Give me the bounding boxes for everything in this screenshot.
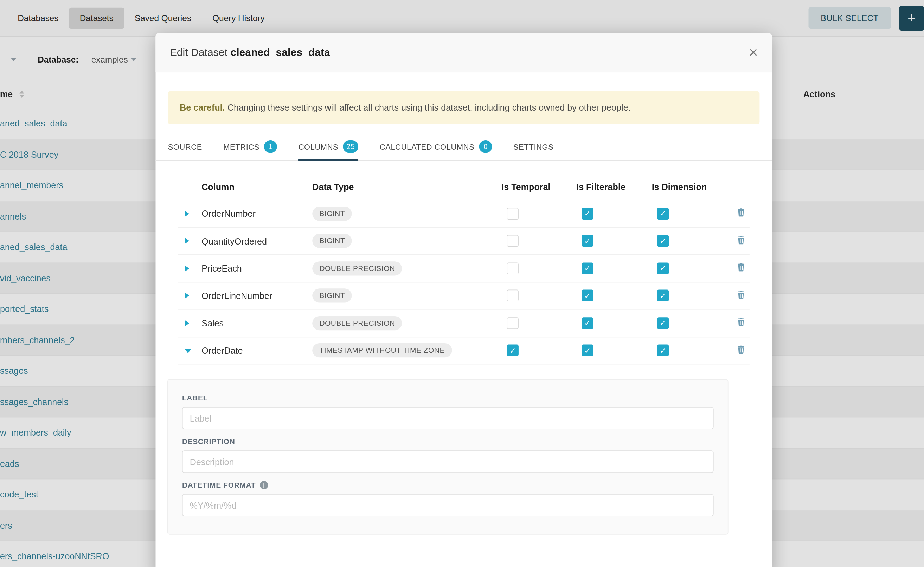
tab-columns[interactable]: COLUMNS 25 [298,132,359,160]
is-temporal-checkbox[interactable] [507,262,519,274]
caret-cell [178,318,202,328]
delete-column-icon[interactable] [737,290,745,299]
column-header: Column [202,182,312,192]
column-name: OrderDate [202,345,312,355]
tab-metrics[interactable]: METRICS 1 [223,132,277,160]
is-temporal-checkbox[interactable] [507,208,519,220]
datetime-format-field-label: DATETIME FORMAT i [182,481,714,489]
caret-cell [178,291,202,301]
delete-column-icon[interactable] [737,345,745,354]
column-row: QuantityOrdered BIGINT [178,228,749,255]
label-field-label: LABEL [182,394,714,402]
expand-caret-icon[interactable] [185,265,189,271]
delete-column-icon[interactable] [737,318,745,326]
is-filterable-checkbox[interactable] [582,208,593,220]
columns-table-body: OrderNumber BIGINT QuantityOrdered BIGIN… [178,200,749,364]
trash-cell [737,208,749,219]
tab-calculated-columns[interactable]: CALCULATED COLUMNS 0 [380,132,492,160]
close-icon[interactable]: × [749,45,758,60]
tab-label: SOURCE [168,142,202,151]
is-temporal-checkbox[interactable] [507,317,519,329]
is-dimension-checkbox[interactable] [657,208,669,220]
column-name: PriceEach [202,264,312,273]
dimension-cell [652,345,737,357]
is-filterable-checkbox[interactable] [582,290,593,302]
temporal-cell [501,208,576,220]
column-row: OrderLineNumber BIGINT [178,282,749,310]
column-type-badge: TIMESTAMP WITHOUT TIME ZONE [312,344,452,358]
warning-text: Changing these settings will affect all … [225,103,631,112]
filterable-cell [576,317,652,329]
column-type-badge: BIGINT [312,234,352,248]
modal-title-dataset-name: cleaned_sales_data [230,46,330,58]
columns-table-header-row: Column Data Type Is Temporal Is Filterab… [178,174,749,200]
type-cell: DOUBLE PRECISION [312,316,501,330]
type-cell: BIGINT [312,289,501,303]
tab-label: METRICS [223,142,259,151]
delete-column-icon[interactable] [737,263,745,272]
columns-table: Column Data Type Is Temporal Is Filterab… [178,174,749,364]
column-name: OrderNumber [202,208,312,219]
caret-cell [178,208,202,219]
is-dimension-header: Is Dimension [652,182,737,192]
is-filterable-checkbox[interactable] [582,235,593,247]
is-filterable-checkbox[interactable] [582,317,593,329]
trash-cell [737,236,749,247]
description-field-group: DESCRIPTION [182,437,714,473]
expand-caret-icon[interactable] [185,320,189,326]
trash-cell [737,345,749,356]
filterable-cell [576,345,652,357]
temporal-cell [501,262,576,274]
trash-cell [737,318,749,329]
is-dimension-checkbox[interactable] [657,290,669,302]
expand-caret-icon[interactable] [185,349,191,353]
is-temporal-checkbox[interactable] [507,290,519,302]
dimension-cell [652,262,737,274]
expand-caret-icon[interactable] [185,292,189,298]
column-row: PriceEach DOUBLE PRECISION [178,255,749,282]
type-cell: DOUBLE PRECISION [312,261,501,275]
app-root: DatabasesDatasetsSaved QueriesQuery Hist… [0,0,924,567]
temporal-cell [501,317,576,329]
dimension-cell [652,235,737,247]
description-input[interactable] [182,450,714,473]
column-type-badge: DOUBLE PRECISION [312,316,402,330]
column-detail-panel: LABEL DESCRIPTION DATETIME FORMAT i [167,379,728,534]
warning-banner: Be careful. Changing these settings will… [168,92,760,124]
is-dimension-checkbox[interactable] [657,235,669,247]
description-field-label: DESCRIPTION [182,437,714,446]
column-row: Sales DOUBLE PRECISION [178,310,749,337]
is-filterable-checkbox[interactable] [582,262,593,274]
delete-column-icon[interactable] [737,208,745,217]
is-dimension-checkbox[interactable] [657,317,669,329]
edit-dataset-modal: Edit Datasetcleaned_sales_data × Be care… [155,33,772,567]
info-icon[interactable]: i [260,481,268,489]
tab-settings[interactable]: SETTINGS [513,132,554,160]
is-temporal-checkbox[interactable] [507,235,519,247]
trash-cell [737,290,749,302]
datetime-format-label-text: DATETIME FORMAT [182,481,256,489]
column-name: Sales [202,318,312,328]
type-cell: TIMESTAMP WITHOUT TIME ZONE [312,344,501,358]
delete-column-icon[interactable] [737,236,745,244]
column-type-badge: BIGINT [312,207,352,220]
temporal-cell [501,345,576,357]
trash-cell [737,263,749,274]
expand-caret-icon[interactable] [185,238,189,244]
column-row: OrderDate TIMESTAMP WITHOUT TIME ZONE [178,337,749,364]
label-input[interactable] [182,407,714,429]
expand-caret-icon[interactable] [185,211,189,217]
is-dimension-checkbox[interactable] [657,262,669,274]
caret-cell [178,345,202,356]
type-cell: BIGINT [312,234,501,248]
tab-count-badge: 1 [264,140,277,153]
is-dimension-checkbox[interactable] [657,345,669,357]
temporal-cell [501,235,576,247]
is-temporal-checkbox[interactable] [507,345,519,357]
datetime-format-input[interactable] [182,494,714,516]
is-filterable-checkbox[interactable] [582,345,593,357]
tab-source[interactable]: SOURCE [168,132,202,160]
column-name: QuantityOrdered [202,236,312,246]
dimension-cell [652,317,737,329]
warning-bold-text: Be careful. [180,103,225,112]
